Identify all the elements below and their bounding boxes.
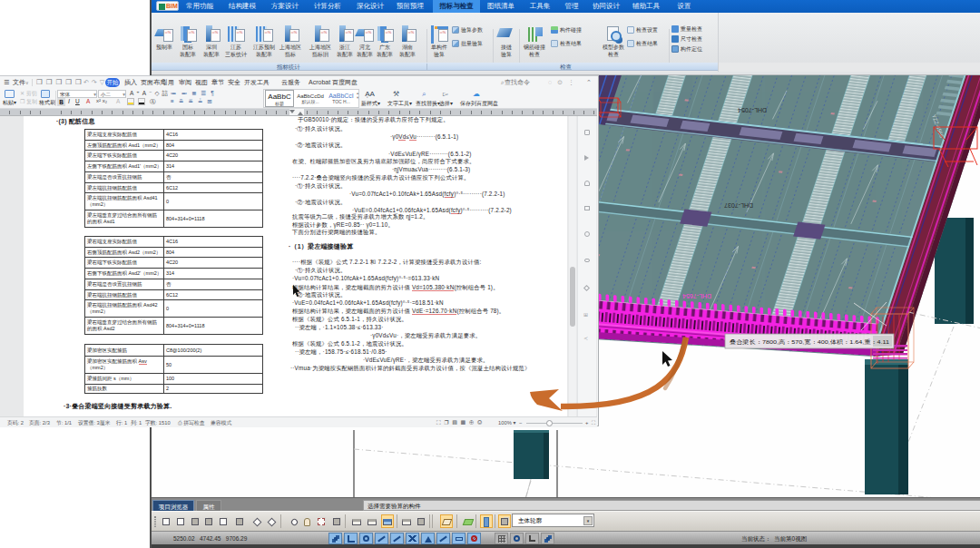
svg-text:DHL-7654: DHL-7654 <box>682 293 711 299</box>
svg-text:叠合梁长：7800,高：570,宽：400,体积：1.64,: 叠合梁长：7800,高：570,宽：400,体积：1.64,重：4.11 <box>730 338 890 346</box>
svg-text:DHL-7054: DHL-7054 <box>738 107 767 113</box>
svg-text:DHL-7037: DHL-7037 <box>724 202 753 209</box>
